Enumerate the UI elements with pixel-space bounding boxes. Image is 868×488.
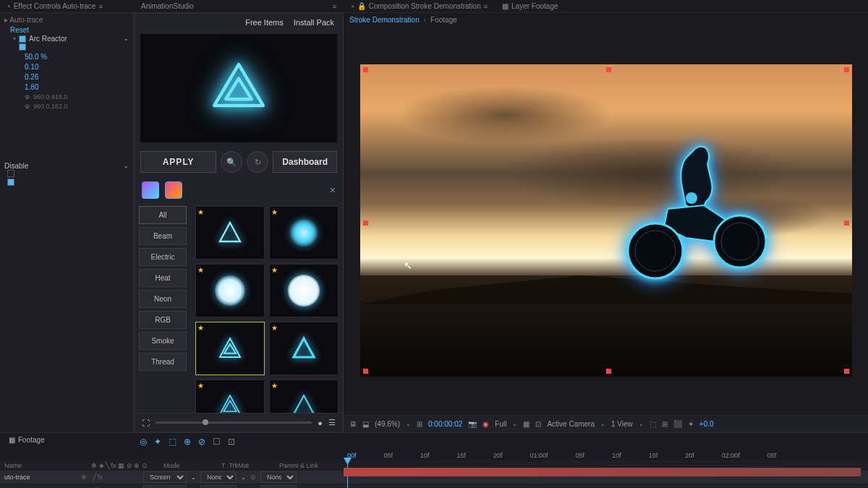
tl-icon-3[interactable]: ⬚ [169,437,176,447]
effect-value-1[interactable]: 50.0 % [4,52,129,62]
breadcrumb-sep: ‹ [424,16,426,24]
disable-checkbox-2[interactable] [7,179,14,186]
breadcrumb-item-1[interactable]: Stroke Demonstration [349,16,420,24]
quality-value[interactable]: Full [495,420,506,428]
category-all[interactable]: All [139,206,187,224]
refresh-icon[interactable]: ↻ [247,151,268,173]
preset-7[interactable]: ★ [195,380,265,413]
effect-value-4[interactable]: 1.80 [4,82,129,93]
vr-icon[interactable]: ⬓ [362,420,369,428]
effect-arc-reactor[interactable]: ▾ Arc Reactor ⌄ [4,34,129,43]
footage-tab[interactable]: ▦ Footage [0,433,134,447]
tl-icon-1[interactable]: ◎ [140,437,147,447]
timecode-value[interactable]: 0:00:00:02 [428,420,462,428]
layer-icon: ▦ [502,2,509,10]
adjust-icon[interactable]: ✦ [688,420,694,428]
preset-1[interactable]: ★ [195,206,265,260]
pack-icon-1[interactable] [142,181,159,199]
tab-effect-controls[interactable]: × Effect Controls Auto-trace ≡ [0,0,134,12]
effect-value-2[interactable]: 0.10 [4,62,129,72]
handle-bl[interactable] [363,369,368,374]
grid-icon[interactable]: ▦ [523,420,529,428]
handle-mr[interactable] [844,221,849,226]
view-icon-2[interactable]: ⊞ [662,420,668,428]
anchor-1[interactable]: ⊕960.0,918.0 [4,93,129,102]
sub-checkbox[interactable] [19,43,26,51]
parent-dropdown[interactable]: None [260,471,297,483]
mode-dropdown[interactable]: Screen [143,471,187,483]
free-items-link[interactable]: Free Items [245,18,284,27]
disable-checkbox-1[interactable] [7,170,14,177]
parent-dropdown[interactable]: None [260,485,297,488]
monitor-icon[interactable]: 🖥 [349,420,357,428]
category-beam[interactable]: Beam [139,227,187,245]
timeline-bar[interactable] [344,468,861,476]
handle-tr[interactable] [844,67,849,72]
tl-icon-7[interactable]: ⊡ [228,437,235,447]
zoom-slider[interactable] [156,421,312,424]
camera-value[interactable]: Active Camera [547,420,595,428]
handle-br[interactable] [844,369,849,374]
list-icon[interactable]: ☰ [328,418,336,427]
breadcrumb-item-2[interactable]: Footage [430,16,457,24]
pack-icon-2[interactable] [165,181,182,199]
time-ruler[interactable]: 00f 05f 10f 15f 20f 01:00f 05f 10f 15f 2… [0,450,868,461]
mode-dropdown[interactable]: Normal [143,485,187,488]
view-icon-3[interactable]: ⬛ [673,420,682,428]
channel-icon[interactable]: ◉ [482,420,489,428]
tl-icon-2[interactable]: ✦ [154,437,161,447]
tab-composition[interactable]: × 🔒 Composition Stroke Demonstration ≡ [344,0,495,12]
bullet-icon[interactable]: ● [318,419,323,427]
svg-point-2 [628,223,683,278]
apply-button[interactable]: APPLY [140,151,216,173]
composition-viewer[interactable]: ↖ [344,26,868,415]
ruler-tick: 02:00f [722,452,740,459]
category-rgb[interactable]: RGB [139,311,187,329]
timeline-area: ▦ Footage ◎ ✦ ⬚ ⊕ ⊘ ☐ ⊡ 00f 05f 10f 15f … [0,432,868,487]
tl-icon-5[interactable]: ⊘ [198,437,205,447]
preset-3[interactable]: ★ [195,264,265,317]
category-smoke[interactable]: Smoke [139,332,187,350]
preset-8[interactable]: ★ [269,380,339,413]
category-thread[interactable]: Thread [139,353,187,371]
view-icon-1[interactable]: ⬚ [650,420,656,428]
exposure-value[interactable]: +0.0 [699,420,714,428]
trkmat-dropdown[interactable]: None [200,471,237,483]
settings-icon[interactable]: ✕ [329,186,336,195]
install-pack-link[interactable]: Install Pack [294,18,334,27]
reset-link[interactable]: Reset [10,26,29,34]
footage-icon: ▦ [9,436,15,444]
category-neon[interactable]: Neon [139,290,187,308]
dashboard-button[interactable]: Dashboard [273,151,337,173]
tl-icon-4[interactable]: ⊕ [184,437,191,447]
viewer-controls: 🖥 ⬓ (49.6%) ⌄ ⊞ 0:00:00:02 📷 ◉ Full ⌄ ▦ … [344,415,868,432]
effect-name-label: Arc Reactor [29,35,67,43]
preset-6[interactable]: ★ [269,322,339,375]
effect-value-3[interactable]: 0.26 [4,72,129,82]
tab-layer-footage[interactable]: ▦ Layer Footage [495,0,566,12]
effect-enable-checkbox[interactable] [19,35,26,43]
handle-tm[interactable] [606,67,611,72]
search-icon[interactable]: 🔍 [221,151,242,173]
handle-bm[interactable] [606,369,611,374]
views-value[interactable]: 1 View [611,420,633,428]
anchor-2[interactable]: ⊕960.0,162.0 [4,102,129,111]
layer-row-2[interactable]: ootage] ✻ ╱ Normal ⌄ None ⌄ ⊚ None [0,484,868,488]
preset-5-selected[interactable]: ★ [195,322,265,375]
preset-2[interactable]: ★ [269,206,339,260]
trkmat-dropdown[interactable]: None [200,485,237,488]
tab-animation-studio[interactable]: AnimationStudio ≡ [134,0,344,12]
category-electric[interactable]: Electric [139,248,187,266]
handle-tl[interactable] [363,67,368,72]
zoom-value[interactable]: (49.6%) [375,420,400,428]
preset-4[interactable]: ★ [269,264,339,317]
expand-icon[interactable]: ⛶ [142,419,150,427]
handle-ml[interactable] [363,221,368,226]
col-trkmat: T .TrkMat [221,462,265,469]
snapshot-icon[interactable]: 📷 [468,420,477,428]
category-heat[interactable]: Heat [139,269,187,287]
tl-icon-6[interactable]: ☐ [213,437,221,447]
resolution-icon[interactable]: ⊞ [417,420,422,428]
guides-icon[interactable]: ⊡ [535,420,541,428]
star-icon: ★ [271,208,278,216]
